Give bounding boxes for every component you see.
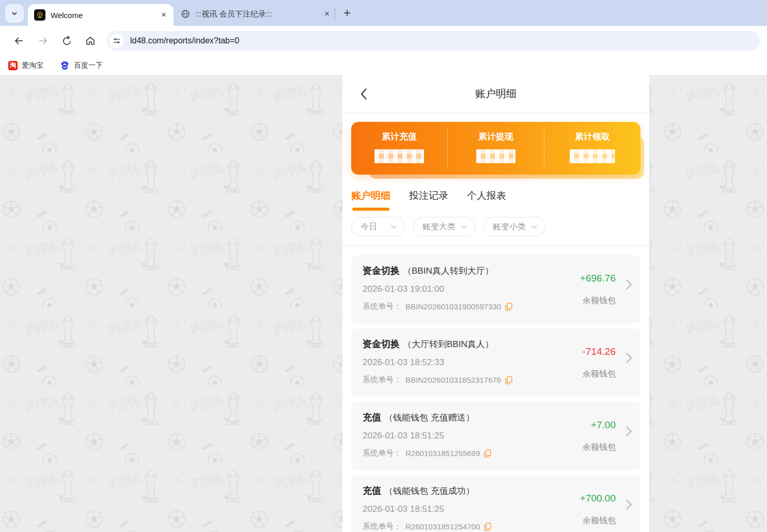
transaction-datetime: 2026-01-03 18:52:33 [363, 357, 629, 368]
summary-card-stack: 累计充值 累计提现 累计领取 [351, 122, 640, 175]
transaction-subtitle: （BBIN真人转到大厅） [403, 265, 494, 277]
transaction-row[interactable]: 资金切换 （BBIN真人转到大厅） 2026-01-03 19:01:00 系统… [351, 255, 640, 323]
transaction-datetime: 2026-01-03 19:01:00 [363, 284, 629, 294]
globe-icon [181, 9, 190, 19]
svg-text:du: du [63, 66, 67, 69]
order-no-label: 系统单号： [363, 302, 401, 311]
summary-card: 累计充值 累计提现 累计领取 [351, 122, 640, 175]
chevron-right-icon[interactable] [625, 499, 632, 512]
transaction-type: 充值 [363, 411, 381, 424]
summary-total-deposit: 累计充值 [351, 122, 447, 175]
forward-arrow-icon [37, 35, 49, 46]
chevron-down-icon [531, 225, 538, 229]
summary-total-claim: 累计领取 [544, 122, 640, 175]
panel-header: 账户明细 [342, 75, 649, 113]
tab-close-icon[interactable]: × [160, 10, 167, 20]
masked-value [374, 149, 424, 163]
site-settings-icon [113, 37, 121, 45]
page-title: 账户明细 [342, 75, 649, 113]
order-no-value: BBIN202601031852317676 [405, 375, 501, 384]
bookmark-taobao[interactable]: 淘 爱淘宝 [8, 61, 43, 70]
wallet-label: 余额钱包 [583, 295, 616, 306]
chevron-left-icon [360, 88, 367, 100]
chevron-down-icon [461, 225, 467, 229]
transaction-row[interactable]: 充值 （钱能钱包 充值赠送） 2026-01-03 18:51:25 系统单号：… [351, 402, 640, 470]
tab-separator [335, 7, 335, 19]
browser-tab-strip: Welcome × :::视讯 会员下注纪录::: × + [0, 0, 767, 26]
transaction-subtitle: （钱能钱包 充值成功） [384, 485, 475, 497]
filter-date-dropdown[interactable]: 今日 [351, 217, 405, 237]
report-tabs: 账户明细 投注记录 个人报表 [351, 189, 640, 211]
divider [342, 113, 649, 113]
tab-bet-records[interactable]: 投注记录 [409, 189, 448, 211]
bookmarks-bar: 淘 爱淘宝 du 百度一下 [0, 56, 767, 75]
copy-icon[interactable] [484, 449, 491, 458]
wallet-label: 余额钱包 [583, 442, 616, 453]
chevron-right-icon[interactable] [625, 279, 632, 292]
account-detail-panel: 账户明细 累计充值 累计提现 累计领取 [342, 75, 649, 532]
wallet-label: 余额钱包 [583, 515, 616, 526]
tab-personal-report[interactable]: 个人报表 [467, 189, 506, 211]
page-viewport: FIFA [0, 75, 767, 532]
transaction-type: 充值 [363, 484, 381, 497]
reload-icon [61, 36, 72, 46]
active-tab-underline [352, 208, 389, 211]
reload-button[interactable] [55, 36, 79, 46]
order-no-label: 系统单号： [363, 375, 401, 385]
transaction-list: 资金切换 （BBIN真人转到大厅） 2026-01-03 19:01:00 系统… [342, 246, 649, 532]
back-button[interactable] [7, 35, 31, 46]
transaction-amount: +700.00 [580, 493, 616, 504]
address-bar[interactable]: ld48.com/reports/index?tab=0 [106, 31, 760, 51]
order-no-value: R2601031851254700 [405, 522, 480, 531]
transaction-row[interactable]: 资金切换 （大厅转到BBIN真人） 2026-01-03 18:52:33 系统… [351, 328, 640, 397]
back-nav-button[interactable] [360, 88, 367, 102]
bookmark-label: 百度一下 [74, 61, 103, 70]
chevron-down-icon [390, 225, 397, 229]
transaction-subtitle: （钱能钱包 充值赠送） [384, 412, 475, 424]
tab-title: :::视讯 会员下注纪录::: [195, 9, 323, 19]
order-no-label: 系统单号： [363, 522, 401, 531]
url-text[interactable]: ld48.com/reports/index?tab=0 [130, 36, 239, 45]
tab-close-icon[interactable]: × [323, 9, 331, 19]
tab-search-button[interactable] [5, 4, 24, 23]
bookmark-baidu[interactable]: du 百度一下 [60, 60, 103, 70]
forward-button[interactable] [31, 35, 55, 46]
chevron-right-icon[interactable] [625, 352, 632, 366]
order-no-value: BBIN202601031900597330 [405, 302, 501, 311]
transaction-amount: +7.00 [591, 419, 616, 431]
tab-title: Welcome [51, 11, 160, 20]
transaction-type: 资金切换 [363, 264, 400, 277]
home-icon [85, 35, 96, 46]
transaction-type: 资金切换 [363, 338, 400, 350]
copy-icon[interactable] [484, 523, 491, 531]
home-button[interactable] [79, 35, 102, 46]
chevron-down-icon [11, 10, 18, 17]
baidu-paw-icon: du [60, 60, 70, 70]
transaction-subtitle: （大厅转到BBIN真人） [403, 338, 494, 350]
browser-toolbar: ld48.com/reports/index?tab=0 [0, 26, 767, 56]
tab-account-detail[interactable]: 账户明细 [351, 189, 390, 211]
new-tab-button[interactable]: + [339, 5, 355, 21]
taobao-icon: 淘 [8, 61, 18, 70]
copy-icon[interactable] [505, 303, 512, 311]
browser-tab-betting-records[interactable]: :::视讯 会员下注纪录::: × [181, 7, 331, 21]
site-info-button[interactable] [109, 34, 124, 48]
copy-icon[interactable] [505, 376, 512, 384]
transaction-datetime: 2026-01-03 18:51:25 [363, 504, 629, 514]
summary-total-withdraw: 累计提现 [448, 122, 544, 175]
browser-tab-welcome[interactable]: Welcome × [28, 4, 174, 26]
chevron-right-icon[interactable] [625, 426, 632, 439]
transaction-amount: -714.26 [583, 346, 616, 357]
filter-category-minor-dropdown[interactable]: 账变小类 [483, 217, 545, 237]
bookmark-label: 爱淘宝 [22, 61, 43, 70]
back-arrow-icon [13, 35, 25, 46]
filter-category-major-dropdown[interactable]: 账变大类 [413, 217, 475, 237]
order-no-value: R2601031851255699 [405, 449, 480, 458]
order-no-label: 系统单号： [363, 448, 401, 458]
transaction-row[interactable]: 充值 （钱能钱包 充值成功） 2026-01-03 18:51:25 系统单号：… [351, 475, 640, 532]
site-logo-icon [34, 9, 45, 21]
transaction-datetime: 2026-01-03 18:51:25 [363, 431, 629, 441]
filter-row: 今日 账变大类 账变小类 [351, 217, 640, 245]
masked-value [570, 149, 615, 163]
wallet-label: 余额钱包 [583, 369, 616, 380]
